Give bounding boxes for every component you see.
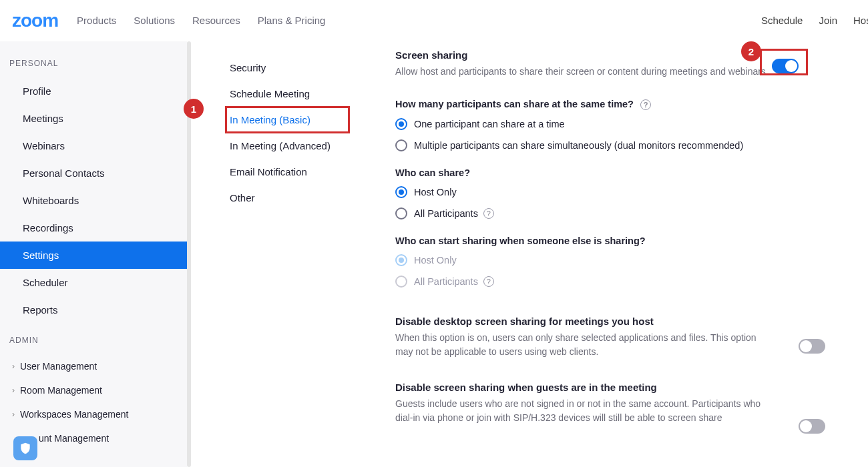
radio-label: Multiple participants can share simultan…: [414, 140, 743, 151]
radio-button-icon: [395, 186, 407, 198]
radio-label: One participant can share at a time: [414, 119, 565, 129]
chevron-right-icon: ›: [12, 386, 15, 395]
radio-multiple-participants[interactable]: Multiple participants can share simultan…: [395, 139, 841, 151]
radio-label: Host Only: [414, 255, 457, 266]
shield-icon[interactable]: [13, 436, 37, 460]
radio-label: All Participants: [414, 276, 478, 287]
sidebar-item-label: User Management: [20, 361, 97, 372]
radio-button-icon: [395, 254, 407, 266]
nav-host[interactable]: Host: [853, 15, 868, 26]
radio-button-icon: [395, 139, 407, 151]
screen-sharing-toggle[interactable]: [772, 59, 799, 73]
left-sidebar: PERSONAL Profile Meetings Webinars Perso…: [0, 41, 187, 467]
sidebar-item-scheduler[interactable]: Scheduler: [0, 269, 187, 296]
subtab-schedule-meeting[interactable]: Schedule Meeting: [230, 81, 343, 107]
nav-schedule[interactable]: Schedule: [761, 15, 803, 26]
brand-logo[interactable]: zoom: [12, 10, 58, 31]
subtab-in-meeting-advanced[interactable]: In Meeting (Advanced): [230, 133, 343, 159]
sidebar-section-admin: ADMIN: [0, 330, 187, 354]
disable-guests-toggle[interactable]: [799, 419, 825, 434]
sidebar-item-webinars[interactable]: Webinars: [0, 132, 187, 159]
nav-resources[interactable]: Resources: [192, 15, 240, 26]
chevron-right-icon: ›: [12, 410, 15, 419]
annotation-badge-1: 1: [184, 99, 204, 119]
nav-plans-pricing[interactable]: Plans & Pricing: [258, 15, 326, 26]
radio-button-icon: [395, 207, 407, 219]
question-who-can-share: Who can share?: [395, 167, 841, 178]
nav-solutions[interactable]: Solutions: [134, 15, 175, 26]
sidebar-section-personal: PERSONAL: [0, 53, 187, 77]
sidebar-item-workspaces-management[interactable]: › Workspaces Management: [0, 402, 187, 426]
sidebar-item-reports[interactable]: Reports: [0, 296, 187, 324]
sidebar-item-profile[interactable]: Profile: [0, 77, 187, 105]
question-who-start-sharing: Who can start sharing when someone else …: [395, 236, 841, 246]
help-icon[interactable]: ?: [640, 99, 651, 110]
sidebar-item-label: Workspaces Management: [20, 409, 128, 420]
settings-content: Screen sharing Allow host and participan…: [363, 41, 868, 467]
radio-button-icon: [395, 276, 407, 288]
radio-host-only-share[interactable]: Host Only: [395, 186, 841, 198]
sidebar-item-personal-contacts[interactable]: Personal Contacts: [0, 159, 187, 187]
sidebar-item-meetings[interactable]: Meetings: [0, 105, 187, 132]
help-icon[interactable]: ?: [483, 208, 494, 219]
disable-desktop-toggle[interactable]: [799, 339, 825, 354]
radio-one-participant[interactable]: One participant can share at a time: [395, 118, 841, 130]
radio-label: Host Only: [414, 187, 457, 197]
sidebar-item-label: unt Management: [39, 433, 109, 444]
subtab-other[interactable]: Other: [230, 185, 343, 211]
sidebar-item-settings[interactable]: Settings: [0, 242, 187, 269]
chevron-right-icon: ›: [12, 362, 15, 371]
annotation-badge-2: 2: [741, 41, 761, 61]
setting-disable-desktop-desc: When this option is on, users can only s…: [395, 331, 769, 359]
setting-screen-sharing-title: Screen sharing: [395, 49, 769, 61]
top-nav: zoom Products Solutions Resources Plans …: [0, 0, 868, 41]
radio-button-icon: [395, 118, 407, 130]
radio-label: All Participants: [414, 208, 478, 219]
setting-screen-sharing-desc: Allow host and participants to share the…: [395, 65, 769, 79]
nav-products[interactable]: Products: [77, 15, 116, 26]
sidebar-item-recordings[interactable]: Recordings: [0, 214, 187, 242]
sidebar-item-label: Room Management: [20, 385, 102, 396]
setting-disable-guests-desc: Guests include users who are not signed …: [395, 397, 769, 425]
settings-subtabs: Security Schedule Meeting In Meeting (Ba…: [190, 41, 363, 467]
setting-disable-guests-title: Disable screen sharing when guests are i…: [395, 382, 769, 393]
sidebar-item-whiteboards[interactable]: Whiteboards: [0, 187, 187, 214]
subtab-email-notification[interactable]: Email Notification: [230, 159, 343, 185]
radio-all-participants-share[interactable]: All Participants ?: [395, 207, 841, 219]
subtab-security[interactable]: Security: [230, 55, 343, 81]
subtab-in-meeting-basic[interactable]: In Meeting (Basic): [230, 107, 343, 133]
nav-join[interactable]: Join: [819, 15, 837, 26]
help-icon[interactable]: ?: [483, 276, 494, 287]
sidebar-item-user-management[interactable]: › User Management: [0, 354, 187, 378]
question-share-count: How many participants can share at the s…: [395, 99, 841, 110]
setting-disable-desktop-title: Disable desktop screen sharing for meeti…: [395, 316, 769, 327]
radio-all-participants-start: All Participants ?: [395, 276, 841, 288]
radio-host-only-start: Host Only: [395, 254, 841, 266]
sidebar-item-room-management[interactable]: › Room Management: [0, 378, 187, 402]
